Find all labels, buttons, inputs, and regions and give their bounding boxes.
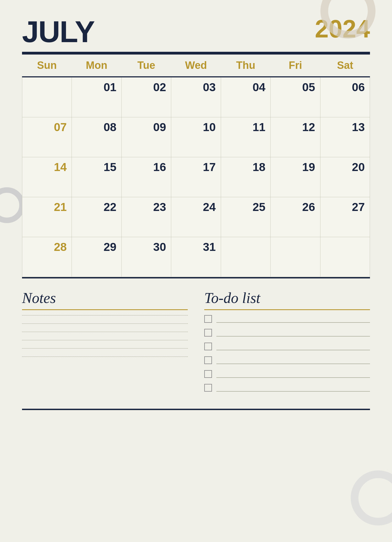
todo-item-4 — [204, 356, 370, 364]
cal-cell-w3-mon: 15 — [72, 157, 121, 197]
cal-cell-w3-sat: 20 — [320, 157, 370, 197]
day-header-sat: Sat — [320, 55, 370, 76]
cal-cell-w3-thu: 18 — [221, 157, 271, 197]
page: JULY 2024 Sun Mon Tue Wed Thu Fri Sat 01… — [0, 0, 392, 542]
cal-cell-w2-fri: 12 — [271, 117, 320, 157]
cal-cell-w5-tue: 30 — [122, 237, 171, 277]
notes-title: Notes — [22, 289, 188, 307]
cal-cell-w4-wed: 24 — [171, 197, 221, 237]
cal-cell-w2-tue: 09 — [122, 117, 171, 157]
todo-checkbox-1[interactable] — [204, 315, 212, 323]
deco-circle-left — [0, 187, 25, 223]
calendar-header: JULY 2024 — [22, 17, 370, 47]
cal-cell-w2-thu: 11 — [221, 117, 271, 157]
cal-cell-w5-fri — [271, 237, 320, 277]
cal-cell-w1-sun — [22, 77, 72, 117]
todo-line-3 — [216, 343, 370, 350]
todo-checkbox-3[interactable] — [204, 343, 212, 350]
todo-checkbox-2[interactable] — [204, 329, 212, 337]
todo-item-3 — [204, 343, 370, 350]
todo-line-2 — [216, 329, 370, 337]
cal-cell-w4-sun: 21 — [22, 197, 72, 237]
notes-line-2 — [22, 323, 188, 324]
notes-line-5 — [22, 348, 188, 349]
todo-item-6 — [204, 384, 370, 392]
calendar-grid: 01 02 03 04 05 06 07 08 09 10 11 12 13 1… — [22, 77, 370, 277]
day-header-sun: Sun — [22, 55, 72, 76]
day-header-tue: Tue — [121, 55, 171, 76]
day-headers-row: Sun Mon Tue Wed Thu Fri Sat — [22, 53, 370, 76]
todo-checkbox-6[interactable] — [204, 384, 212, 392]
cal-cell-w1-thu: 04 — [221, 77, 271, 117]
cal-cell-w5-wed: 31 — [171, 237, 221, 277]
todo-line-1 — [216, 315, 370, 323]
cal-cell-w1-mon: 01 — [72, 77, 121, 117]
day-header-fri: Fri — [271, 55, 320, 76]
cal-cell-w1-fri: 05 — [271, 77, 320, 117]
cal-cell-w4-tue: 23 — [122, 197, 171, 237]
cal-cell-w5-mon: 29 — [72, 237, 121, 277]
notes-underline — [22, 309, 188, 310]
cal-cell-w2-sun: 07 — [22, 117, 72, 157]
todo-item-2 — [204, 329, 370, 337]
cal-cell-w5-sat — [320, 237, 370, 277]
calendar-bottom-border — [22, 277, 370, 278]
todo-line-6 — [216, 384, 370, 392]
todo-section: To-do list — [204, 289, 370, 398]
day-header-wed: Wed — [171, 55, 221, 76]
day-header-thu: Thu — [221, 55, 271, 76]
cal-cell-w1-wed: 03 — [171, 77, 221, 117]
todo-item-5 — [204, 370, 370, 378]
todo-checkbox-5[interactable] — [204, 370, 212, 378]
cal-cell-w3-fri: 19 — [271, 157, 320, 197]
notes-line-6 — [22, 356, 188, 357]
todo-underline — [204, 309, 370, 310]
page-bottom-border — [22, 409, 370, 410]
cal-cell-w2-wed: 10 — [171, 117, 221, 157]
todo-item-1 — [204, 315, 370, 323]
month-title: JULY — [22, 17, 94, 47]
cal-cell-w2-sat: 13 — [320, 117, 370, 157]
todo-checkbox-4[interactable] — [204, 356, 212, 364]
notes-line-3 — [22, 332, 188, 332]
bottom-section: Notes To-do list — [22, 289, 370, 398]
todo-line-5 — [216, 370, 370, 378]
notes-line-1 — [22, 315, 188, 316]
cal-cell-w1-tue: 02 — [122, 77, 171, 117]
notes-line-4 — [22, 340, 188, 340]
notes-section: Notes — [22, 289, 188, 398]
cal-cell-w3-wed: 17 — [171, 157, 221, 197]
calendar-wrapper: Sun Mon Tue Wed Thu Fri Sat 01 02 03 04 … — [22, 52, 370, 278]
cal-cell-w4-fri: 26 — [271, 197, 320, 237]
cal-cell-w4-thu: 25 — [221, 197, 271, 237]
todo-title: To-do list — [204, 289, 370, 307]
cal-cell-w5-sun: 28 — [22, 237, 72, 277]
cal-cell-w3-sun: 14 — [22, 157, 72, 197]
cal-cell-w5-thu — [221, 237, 271, 277]
cal-cell-w1-sat: 06 — [320, 77, 370, 117]
cal-cell-w4-sat: 27 — [320, 197, 370, 237]
cal-cell-w3-tue: 16 — [122, 157, 171, 197]
deco-circle-bottom-right — [351, 470, 392, 525]
cal-cell-w2-mon: 08 — [72, 117, 121, 157]
cal-cell-w4-mon: 22 — [72, 197, 121, 237]
todo-line-4 — [216, 356, 370, 364]
day-header-mon: Mon — [72, 55, 122, 76]
